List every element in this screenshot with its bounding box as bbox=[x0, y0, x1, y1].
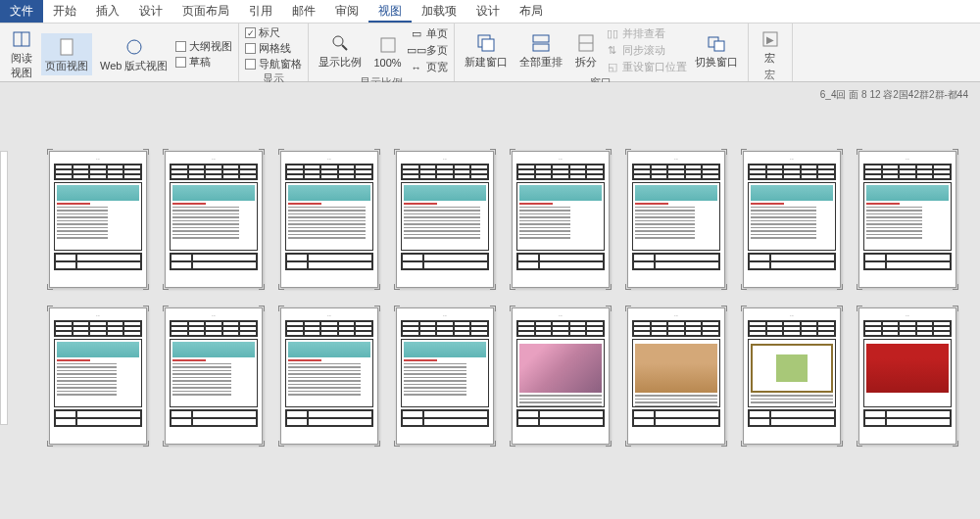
side-by-side-icon: ▯▯ bbox=[606, 28, 619, 40]
svg-line-5 bbox=[342, 45, 347, 50]
tab-design[interactable]: 设计 bbox=[129, 0, 172, 23]
tab-references[interactable]: 引用 bbox=[239, 0, 282, 23]
side-panel-edge bbox=[0, 151, 8, 425]
svg-rect-10 bbox=[533, 44, 549, 51]
split-button[interactable]: 拆分 bbox=[570, 29, 602, 71]
split-icon bbox=[574, 31, 598, 55]
macro-button[interactable]: ▶ 宏 bbox=[755, 25, 786, 68]
svg-point-4 bbox=[333, 36, 343, 46]
status-text: 6_4回 面 8 12 容2国42群2群-都44 bbox=[820, 88, 968, 102]
page-view-label: 页面视图 bbox=[45, 59, 88, 73]
svg-rect-6 bbox=[381, 38, 395, 52]
arrange-icon bbox=[529, 31, 553, 55]
page-width-button[interactable]: ↔页宽 bbox=[410, 59, 448, 75]
ribbon-group-zoom: 显示比例 100% ▭单页 ▭▭多页 ↔页宽 显示比例 bbox=[309, 24, 454, 81]
svg-rect-14 bbox=[714, 41, 724, 51]
svg-rect-9 bbox=[533, 35, 549, 42]
page-thumbnail[interactable]: ··· bbox=[49, 151, 147, 288]
sync-scroll-button: ⇅同步滚动 bbox=[606, 42, 687, 59]
new-window-button[interactable]: 新建窗口 bbox=[461, 29, 512, 71]
switch-window-icon bbox=[705, 31, 728, 55]
svg-rect-2 bbox=[61, 39, 73, 55]
macro-icon: ▶ bbox=[759, 27, 782, 51]
navpane-check[interactable]: 导航窗格 bbox=[245, 57, 302, 71]
new-window-icon bbox=[474, 31, 498, 55]
tab-review[interactable]: 审阅 bbox=[325, 0, 368, 23]
zoom-icon bbox=[328, 31, 352, 55]
read-view-label: 阅读 视图 bbox=[11, 51, 32, 80]
page-thumbnail[interactable]: ··· bbox=[512, 151, 610, 288]
page-thumbnail[interactable]: ··· bbox=[743, 307, 841, 445]
reset-pos-button: ◱重设窗口位置 bbox=[606, 59, 687, 75]
tab-insert[interactable]: 插入 bbox=[86, 0, 129, 23]
ribbon: 阅读 视图 页面视图 Web 版式视图 大纲视图 草稿 视图 ✓标尺 网格线 导… bbox=[0, 24, 980, 82]
page-thumbnail[interactable]: ··· bbox=[396, 307, 494, 445]
page-thumbnail[interactable]: ··· bbox=[627, 151, 725, 288]
reset-pos-icon: ◱ bbox=[606, 62, 619, 73]
arrange-all-button[interactable]: 全部重排 bbox=[515, 29, 566, 71]
svg-point-3 bbox=[127, 40, 141, 54]
outline-check[interactable]: 大纲视图 bbox=[175, 39, 232, 54]
zoom-button[interactable]: 显示比例 bbox=[315, 29, 366, 71]
ruler-check[interactable]: ✓标尺 bbox=[245, 25, 302, 40]
multi-page-icon: ▭▭ bbox=[410, 45, 423, 57]
tab-layout[interactable]: 布局 bbox=[510, 0, 553, 23]
page-thumbnail[interactable]: ··· bbox=[165, 151, 263, 288]
page-thumbnails: ························ ···············… bbox=[49, 151, 956, 445]
svg-rect-8 bbox=[482, 39, 494, 51]
hundred-button[interactable]: 100% bbox=[369, 31, 405, 71]
single-page-button[interactable]: ▭单页 bbox=[410, 25, 448, 42]
page-thumbnail[interactable]: ··· bbox=[49, 307, 147, 445]
draft-check[interactable]: 草稿 bbox=[175, 55, 232, 70]
page-thumbnail[interactable]: ··· bbox=[512, 307, 610, 445]
tab-page-layout[interactable]: 页面布局 bbox=[172, 0, 239, 23]
read-view-button[interactable]: 阅读 视图 bbox=[6, 25, 37, 82]
ribbon-group-views: 阅读 视图 页面视图 Web 版式视图 大纲视图 草稿 视图 bbox=[0, 24, 239, 81]
group-macro-label: 宏 bbox=[755, 68, 786, 82]
page-thumbnail[interactable]: ··· bbox=[280, 307, 378, 445]
ribbon-group-macro: ▶ 宏 宏 bbox=[749, 24, 793, 81]
gridlines-check[interactable]: 网格线 bbox=[245, 41, 302, 56]
page-thumbnail[interactable]: ··· bbox=[280, 151, 378, 288]
page-view-icon bbox=[55, 35, 78, 59]
switch-window-button[interactable]: 切换窗口 bbox=[691, 29, 742, 71]
tab-view[interactable]: 视图 bbox=[368, 0, 412, 23]
tab-design2[interactable]: 设计 bbox=[466, 0, 510, 23]
menu-bar: 文件 开始 插入 设计 页面布局 引用 邮件 审阅 视图 加载项 设计 布局 bbox=[0, 0, 980, 24]
tab-mailings[interactable]: 邮件 bbox=[282, 0, 325, 23]
page-view-button[interactable]: 页面视图 bbox=[41, 33, 92, 75]
document-area[interactable]: 6_4回 面 8 12 容2国42群2群-都44 ···············… bbox=[0, 82, 980, 519]
ribbon-group-show: ✓标尺 网格线 导航窗格 显示 bbox=[239, 24, 309, 81]
hundred-icon bbox=[376, 33, 400, 57]
page-thumbnail[interactable]: ··· bbox=[858, 307, 956, 445]
single-page-icon: ▭ bbox=[410, 28, 423, 40]
page-thumbnail[interactable]: ··· bbox=[165, 307, 263, 445]
page-thumbnail[interactable]: ··· bbox=[858, 151, 956, 288]
page-thumbnail[interactable]: ··· bbox=[743, 151, 841, 288]
tab-addins[interactable]: 加载项 bbox=[412, 0, 466, 23]
tab-home[interactable]: 开始 bbox=[43, 0, 86, 23]
side-by-side-button: ▯▯并排查看 bbox=[606, 25, 687, 42]
web-view-button[interactable]: Web 版式视图 bbox=[96, 33, 172, 75]
web-view-label: Web 版式视图 bbox=[100, 59, 168, 73]
file-tab[interactable]: 文件 bbox=[0, 0, 43, 23]
page-width-icon: ↔ bbox=[410, 62, 423, 73]
web-view-icon bbox=[122, 35, 146, 59]
svg-text:▶: ▶ bbox=[766, 34, 774, 45]
sync-scroll-icon: ⇅ bbox=[606, 45, 619, 57]
read-view-icon bbox=[10, 27, 33, 51]
multi-page-button[interactable]: ▭▭多页 bbox=[410, 42, 448, 59]
page-thumbnail[interactable]: ··· bbox=[396, 151, 494, 288]
ribbon-group-window: 新建窗口 全部重排 拆分 ▯▯并排查看 ⇅同步滚动 ◱重设窗口位置 切换窗口 窗… bbox=[455, 24, 749, 81]
page-thumbnail[interactable]: ··· bbox=[627, 307, 725, 445]
